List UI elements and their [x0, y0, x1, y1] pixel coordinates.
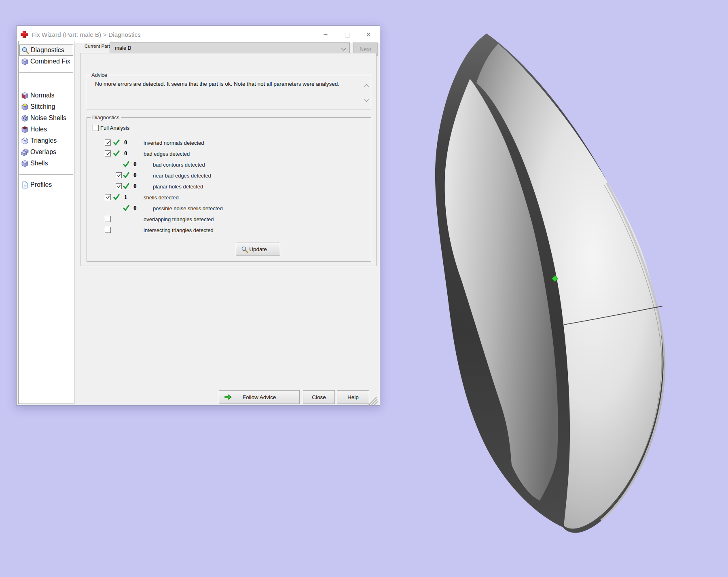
diagnostic-count: 0 — [124, 150, 127, 157]
sidebar-item-diagnostics[interactable]: Diagnostics — [19, 44, 73, 56]
diagnostic-label: inverted normals detected — [144, 140, 204, 146]
diagnostic-label: near bad edges detected — [153, 173, 211, 179]
cube-plain-icon — [21, 160, 29, 167]
cube-dots-icon — [21, 114, 29, 122]
current-part-value: male B — [115, 45, 131, 51]
cube-yellow-icon — [21, 103, 29, 111]
sidebar-item-label: Diagnostics — [31, 46, 64, 54]
cube-plain-icon — [21, 58, 29, 66]
diagnostic-label: bad contours detected — [153, 162, 205, 168]
green-check-icon — [113, 150, 120, 158]
green-check-icon — [113, 194, 120, 202]
diagnostic-row: 0near bad edges detected — [87, 170, 371, 181]
sidebar-item-stitching[interactable]: Stitching — [19, 101, 73, 112]
scroll-down-icon[interactable] — [364, 96, 369, 102]
magnifier-icon — [21, 46, 29, 54]
current-part-dropdown[interactable]: male B — [110, 42, 350, 53]
window-title: Fix Wizard (Part: male B) > Diagnostics — [32, 31, 141, 38]
diagnostic-checkbox[interactable] — [116, 172, 122, 178]
diagnostics-groupbox: Diagnostics Full Analysis 0inverted norm… — [87, 117, 371, 262]
sidebar-item-noise-shells[interactable]: Noise Shells — [19, 112, 73, 124]
diagnostic-checkbox[interactable] — [105, 227, 111, 233]
diagnostic-count: 1 — [124, 194, 127, 201]
diagnostic-row: 0bad contours detected — [87, 159, 371, 170]
diagnostic-checkbox[interactable] — [105, 139, 111, 146]
cube-double-icon — [21, 148, 29, 156]
diagnostic-count: 0 — [124, 139, 127, 146]
green-arrow-icon — [224, 394, 232, 400]
advice-title: Advice — [90, 72, 109, 78]
magnifier-icon — [241, 246, 248, 253]
diagnostic-label: overlapping triangles detected — [144, 216, 214, 222]
green-check-icon — [123, 161, 130, 169]
cube-red-icon — [21, 92, 29, 99]
diagnostic-row: intersecting triangles detected — [87, 225, 371, 236]
diagnostic-row: 0planar holes detected — [87, 181, 371, 192]
diagnostic-count: 0 — [133, 183, 137, 190]
sidebar-item-label: Normals — [30, 92, 55, 99]
diagnostic-count: 0 — [133, 172, 137, 179]
advice-groupbox: Advice No more errors are detected. It s… — [86, 75, 371, 110]
cube-darkred-icon — [21, 126, 29, 133]
sidebar-item-label: Triangles — [30, 137, 57, 144]
sidebar-item-holes[interactable]: Holes — [19, 124, 73, 135]
close-window-button[interactable]: ✕ — [358, 26, 379, 43]
full-analysis-label: Full Analysis — [100, 125, 129, 131]
diagnostic-row: overlapping triangles detected — [87, 214, 371, 225]
sidebar-item-overlaps[interactable]: Overlaps — [19, 146, 73, 158]
sidebar-separator — [19, 72, 73, 73]
update-button[interactable]: Update — [236, 243, 280, 256]
sidebar-item-shells[interactable]: Shells — [19, 158, 73, 169]
close-button[interactable]: Close — [303, 390, 335, 404]
red-cross-logo-icon — [20, 30, 28, 38]
green-check-icon — [123, 172, 130, 180]
document-icon — [21, 181, 29, 189]
sidebar-item-normals[interactable]: Normals — [19, 90, 73, 101]
sidebar-item-label: Combined Fix — [30, 58, 70, 65]
advice-text: No more errors are detected. It seems th… — [95, 80, 346, 88]
sidebar-item-label: Holes — [30, 126, 47, 133]
title-bar[interactable]: Fix Wizard (Part: male B) > Diagnostics … — [17, 26, 380, 43]
diagnostic-label: bad edges detected — [144, 151, 190, 157]
diagnostics-title: Diagnostics — [91, 114, 121, 120]
sidebar-separator — [19, 174, 73, 175]
diagnostic-label: possible noise shells detected — [153, 205, 223, 211]
current-part-label: Current Part: — [85, 44, 111, 49]
scroll-up-icon[interactable] — [364, 84, 369, 90]
diagnostic-row: 0inverted normals detected — [87, 137, 371, 148]
help-button[interactable]: Help — [337, 390, 369, 404]
follow-advice-button[interactable]: Follow Advice — [219, 390, 300, 404]
sidebar-item-label: Overlaps — [30, 148, 56, 156]
diagnostic-label: shells detected — [144, 194, 179, 201]
main-panel: Advice No more errors are detected. It s… — [80, 53, 377, 266]
resize-grip[interactable] — [366, 393, 379, 404]
green-check-icon — [123, 205, 130, 213]
green-check-icon — [113, 139, 120, 147]
diagnostic-count: 0 — [133, 161, 137, 168]
diagnostic-checkbox[interactable] — [105, 150, 111, 156]
minimize-button[interactable]: – — [315, 26, 336, 43]
sidebar-item-combined-fix[interactable]: Combined Fix — [19, 56, 73, 67]
follow-advice-label: Follow Advice — [243, 394, 276, 400]
sidebar-item-label: Shells — [30, 160, 48, 167]
fix-wizard-dialog: Fix Wizard (Part: male B) > Diagnostics … — [16, 25, 380, 406]
full-analysis-option: Full Analysis — [93, 125, 129, 131]
diagnostics-rows: 0inverted normals detected 0bad edges de… — [87, 137, 371, 236]
diagnostic-checkbox[interactable] — [116, 183, 122, 189]
diagnostic-row: 0possible noise shells detected — [87, 203, 371, 214]
green-check-icon — [123, 183, 130, 191]
diagnostic-label: intersecting triangles detected — [144, 227, 214, 233]
sidebar-item-profiles[interactable]: Profiles — [19, 179, 73, 190]
chevron-down-icon — [341, 45, 346, 51]
cube-wire-icon — [21, 137, 29, 145]
diagnostic-checkbox[interactable] — [105, 216, 111, 222]
update-label: Update — [249, 246, 267, 252]
sidebar: Diagnostics Combined Fix Normals Stitchi… — [18, 41, 74, 404]
diagnostic-checkbox[interactable] — [105, 194, 111, 200]
diagnostic-count: 0 — [133, 205, 137, 211]
sidebar-item-triangles[interactable]: Triangles — [19, 135, 73, 146]
sidebar-item-label: Noise Shells — [30, 114, 66, 122]
maximize-button[interactable]: ▢ — [337, 26, 358, 43]
sidebar-item-label: Profiles — [30, 181, 52, 188]
full-analysis-checkbox[interactable] — [93, 125, 99, 131]
